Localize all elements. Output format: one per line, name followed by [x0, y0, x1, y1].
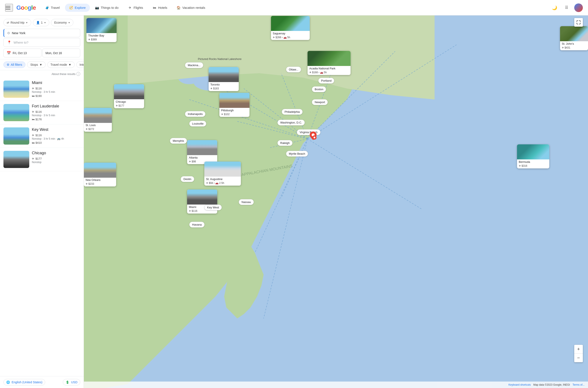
plane-icon: ✈: [189, 210, 191, 213]
return-date-picker[interactable]: Mon, Oct 16: [42, 48, 80, 57]
tab-vacation-rentals[interactable]: 🏠 Vacation rentals: [172, 4, 210, 12]
tab-travel[interactable]: 🧳 Travel: [41, 4, 64, 12]
atlanta-thumbnail: [187, 140, 217, 155]
city-bubble-newport[interactable]: Newport: [312, 99, 328, 105]
car-icon: 🚗: [320, 71, 323, 74]
compass-icon: 🧭: [69, 6, 73, 10]
currency-selector[interactable]: 💲 USD: [63, 379, 80, 386]
tab-explore[interactable]: 🧭 Explore: [65, 4, 90, 12]
zoom-out-button[interactable]: −: [574, 354, 583, 362]
filter-icon: ⚙: [7, 63, 9, 66]
hotel-icon: 🛏: [32, 118, 35, 121]
plane-icon: ✈: [189, 160, 191, 163]
travel-mode-filter[interactable]: Travel mode ▼: [47, 61, 75, 68]
language-selector[interactable]: 🌐 English (United States): [3, 379, 45, 386]
city-bubble-nassau[interactable]: Nassau: [239, 199, 254, 205]
city-bubble-myrtlebeach[interactable]: Myrtle Beach: [286, 151, 308, 157]
controls-row1: ⇄ Round trip ▼ 👤 1 ▼ Economy ▼: [3, 19, 80, 26]
map-card-bermuda[interactable]: Bermuda ✈ $316: [517, 144, 549, 169]
miami-map-thumbnail: [187, 190, 217, 205]
city-bubble-ottawa[interactable]: Ottaw...: [286, 67, 301, 73]
calendar-icon: 📅: [7, 51, 11, 55]
map-card-acadia[interactable]: Acadia National Park ✈ $168 › 🚗 5h: [308, 51, 350, 75]
zoom-in-button[interactable]: +: [574, 345, 583, 353]
all-filters-button[interactable]: ⚙ All filters: [3, 61, 25, 68]
interests-filter[interactable]: Inte...: [76, 61, 84, 68]
map-expand-button[interactable]: [574, 18, 583, 27]
stjohns-thumbnail: [560, 26, 588, 41]
city-bubble-boston[interactable]: Boston: [312, 86, 326, 92]
map-card-saguenay[interactable]: Saguenay ✈ $266 › 🚗 5h: [271, 16, 310, 40]
city-bubble-mackina[interactable]: Mackina...: [185, 62, 203, 68]
moon-icon: 🌙: [552, 5, 557, 10]
dates-row: 📅 Fri, Oct 13 Mon, Oct 16: [3, 48, 80, 57]
city-bubble-raleigh[interactable]: Raleigh: [277, 140, 293, 146]
list-item[interactable]: Chicago ✈ $177 Nonstop: [0, 148, 84, 171]
plane-icon: ✈: [519, 164, 521, 167]
stlouis-thumbnail: [84, 108, 112, 123]
flight-controls: ⇄ Round trip ▼ 👤 1 ▼ Economy ▼ New York: [0, 16, 84, 59]
plane-icon: ✈: [210, 87, 213, 90]
user-avatar[interactable]: [574, 3, 583, 12]
suitcase-icon: 🧳: [45, 6, 49, 10]
menu-button[interactable]: [5, 4, 13, 12]
chicago-info: Chicago ✈ $177 Nonstop: [32, 151, 80, 168]
about-results: About these results i: [0, 70, 84, 77]
stops-filter[interactable]: Stops ▼: [27, 61, 46, 68]
currency-icon: 💲: [66, 381, 69, 384]
apps-button[interactable]: ⠿: [562, 3, 571, 12]
map-card-chicago[interactable]: Chicago ✈ $177: [114, 84, 144, 108]
destination-list: Miami ✈ $116 Nonstop · 3 hr 5 min 🛏 $190: [0, 77, 84, 376]
staugustine-thumbnail: [204, 162, 241, 177]
cabin-selector[interactable]: Economy ▼: [51, 19, 73, 26]
plane-icon: ✈: [206, 182, 208, 185]
map-card-neworleans[interactable]: New Orleans ✈ $233: [84, 163, 116, 187]
tab-hotels[interactable]: 🛏 Hotels: [148, 4, 172, 12]
list-item[interactable]: Key West ✈ $116 Nonstop · 3 hr 5 min · 🚌…: [0, 124, 84, 148]
header-right: 🌙 ⠿: [550, 3, 583, 12]
map-card-stjohns[interactable]: St. John's ✈ $431: [560, 26, 588, 50]
map-card-staugustine[interactable]: St. Augustine ✈ $94 › 🚗 2.5h: [204, 162, 241, 186]
destination-input[interactable]: 📍 Where to?: [3, 38, 80, 47]
passengers-selector[interactable]: 👤 1 ▼: [33, 19, 50, 26]
map-footer: Keyboard shortcuts Map data ©2023 Google…: [84, 382, 588, 388]
city-bubble-louisville[interactable]: Louisville: [189, 121, 206, 126]
house-icon: 🏠: [177, 6, 181, 10]
thunder-bay-thumbnail: [86, 18, 117, 33]
google-logo[interactable]: Google: [16, 4, 36, 11]
trip-type-selector[interactable]: ⇄ Round trip ▼: [3, 19, 31, 26]
chicago-thumbnail: [3, 151, 29, 168]
tab-flights[interactable]: ✈ Flights: [124, 4, 147, 12]
swap-icon: ⇄: [7, 21, 9, 24]
filters-row: ⚙ All filters Stops ▼ Travel mode ▼ Inte…: [0, 59, 84, 70]
list-item[interactable]: Miami ✈ $116 Nonstop · 3 hr 5 min 🛏 $190: [0, 77, 84, 101]
map-card-stlouis[interactable]: St. Louis ✈ $272: [84, 108, 112, 132]
flight-icon: ✈: [32, 110, 34, 113]
svg-point-7: [314, 137, 315, 138]
info-button[interactable]: i: [76, 72, 80, 76]
sidebar-footer: 🌐 English (United States) 💲 USD: [0, 376, 84, 388]
tab-things-to-do[interactable]: 📷 Things to do: [91, 4, 123, 12]
city-bubble-keywest[interactable]: Key West: [204, 205, 222, 210]
departure-date-picker[interactable]: 📅 Fri, Oct 13: [3, 48, 42, 57]
nav-tabs: 🧳 Travel 🧭 Explore 📷 Things to do ✈ Flig…: [41, 4, 547, 12]
list-item[interactable]: Fort Lauderdale ✈ $116 Nonstop · 3 hr 5 …: [0, 101, 84, 124]
city-bubble-havana[interactable]: Havana: [189, 222, 205, 227]
dark-mode-button[interactable]: 🌙: [550, 3, 559, 12]
map-card-toronto[interactable]: Toronto ✈ $183: [209, 67, 239, 91]
map-card-pittsburgh[interactable]: Pittsburgh ✈ $102: [219, 93, 249, 117]
map-card-thunder-bay[interactable]: Thunder Bay ✈ $389: [86, 18, 117, 42]
city-bubble-virginiabeach[interactable]: Virginia Beach: [297, 129, 321, 135]
city-bubble-portland[interactable]: Portland: [318, 78, 334, 84]
map-card-atlanta[interactable]: Atlanta ✈ $98: [187, 140, 217, 164]
origin-input[interactable]: New York: [3, 29, 80, 37]
city-bubble-memphis[interactable]: Memphis: [170, 138, 187, 144]
city-bubble-indianapolis[interactable]: Indianapolis: [185, 111, 205, 117]
map-zoom-controls: + −: [574, 345, 583, 362]
globe-icon: 🌐: [6, 381, 10, 384]
map-area[interactable]: APPALACHIAN MOUNTAINS Thunder Bay ✈ $389…: [84, 16, 588, 388]
chicago-map-thumbnail: [114, 84, 144, 99]
city-bubble-philadelphia[interactable]: Philadelphia: [282, 109, 303, 115]
city-bubble-destin[interactable]: Destin: [181, 176, 194, 182]
city-bubble-washington[interactable]: Washington, D.C.: [277, 120, 305, 125]
